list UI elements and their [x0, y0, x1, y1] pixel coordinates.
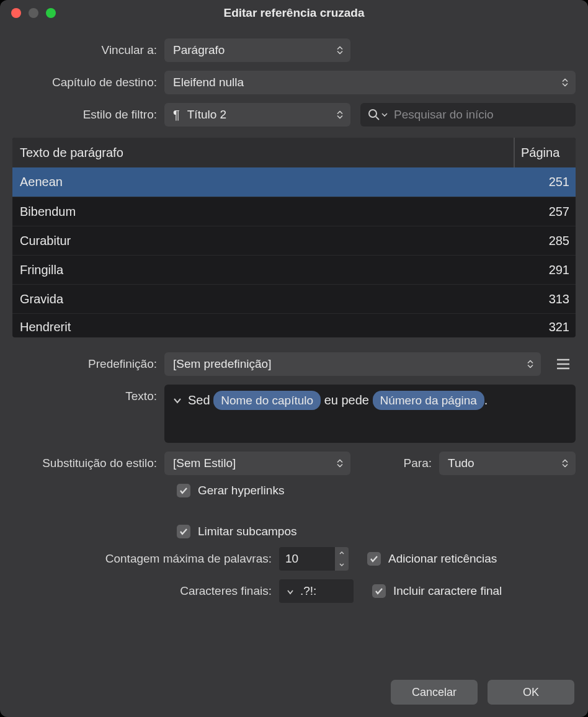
add-ellipsis-checkbox[interactable]: [367, 552, 381, 566]
table-row[interactable]: Aenean251: [12, 167, 576, 197]
row-text: Fringilla: [12, 263, 514, 277]
limit-subfields-checkbox[interactable]: [177, 525, 190, 538]
filter-style-value: Título 2: [187, 108, 226, 122]
close-window-button[interactable]: [11, 8, 21, 18]
stepper-icon: [527, 360, 536, 368]
window-controls: [0, 8, 56, 18]
final-chars-label: Caracteres finais:: [12, 584, 279, 598]
dest-chapter-label: Capítulo de destino:: [12, 76, 164, 89]
style-override-value: [Sem Estilo]: [173, 456, 236, 470]
gen-hyperlinks-label: Gerar hyperlinks: [198, 484, 284, 497]
table-header: Texto de parágrafo Página: [12, 138, 576, 167]
titlebar: Editar referência cruzada: [0, 0, 588, 26]
row-page: 251: [514, 175, 576, 189]
table-row[interactable]: Hendrerit321: [12, 313, 576, 336]
col-header-page[interactable]: Página: [514, 138, 576, 167]
text-field[interactable]: Sed Nome do capítulo eu pede Número da p…: [164, 385, 576, 443]
menu-icon: [556, 358, 571, 370]
table-row[interactable]: Fringilla291: [12, 255, 576, 284]
paragraph-table: Texto de parágrafo Página Aenean251Biben…: [12, 138, 576, 337]
text-content: Sed Nome do capítulo eu pede Número da p…: [188, 391, 567, 410]
minimize-window-button[interactable]: [29, 8, 38, 18]
lower-section: Predefinição: [Sem predefinição] Texto:: [0, 340, 588, 603]
table-row[interactable]: Bibendum257: [12, 197, 576, 226]
dialog-window: Editar referência cruzada Vincular a: Pa…: [0, 0, 588, 717]
row-text: Gravida: [12, 292, 514, 306]
zoom-window-button[interactable]: [46, 8, 56, 18]
row-page: 313: [514, 292, 576, 306]
text-label: Texto:: [12, 385, 164, 403]
link-to-value: Parágrafo: [173, 43, 225, 57]
check-icon: [370, 555, 378, 563]
check-icon: [179, 528, 188, 535]
para-label: Para:: [350, 456, 439, 470]
max-words-label: Contagem máxima de palavras:: [12, 552, 279, 566]
chevron-down-icon: [381, 113, 388, 117]
preset-menu-button[interactable]: [551, 352, 576, 376]
stepper-icon: [562, 460, 571, 468]
max-words-value[interactable]: 10: [279, 547, 335, 571]
filter-style-label: Estilo de filtro:: [12, 108, 164, 122]
table-body: Aenean251Bibendum257Curabitur285Fringill…: [12, 167, 576, 336]
row-text: Aenean: [12, 175, 514, 189]
include-final-label: Incluir caractere final: [393, 584, 502, 598]
preset-label: Predefinição:: [12, 357, 164, 371]
check-icon: [179, 487, 188, 494]
stepper-icon: [562, 79, 571, 87]
row-page: 257: [514, 205, 576, 219]
para-value: Tudo: [448, 456, 474, 470]
row-text: Hendrerit: [12, 320, 514, 334]
final-chars-input[interactable]: .?!:: [279, 579, 354, 603]
window-title: Editar referência cruzada: [0, 6, 588, 20]
final-chars-value: .?!:: [300, 584, 316, 598]
svg-line-1: [376, 117, 379, 120]
dialog-footer: Cancelar OK: [391, 680, 574, 705]
table-row[interactable]: Curabitur285: [12, 226, 576, 255]
row-page: 285: [514, 234, 576, 248]
row-text: Curabitur: [12, 234, 514, 248]
cancel-button[interactable]: Cancelar: [391, 680, 478, 705]
chevron-down-icon[interactable]: [287, 584, 294, 598]
link-to-label: Vincular a:: [12, 43, 164, 57]
table-row[interactable]: Gravida313: [12, 284, 576, 313]
chevron-down-icon[interactable]: [173, 393, 182, 407]
stepper-buttons[interactable]: [335, 547, 349, 571]
filter-style-select[interactable]: ¶ Título 2: [164, 103, 350, 127]
search-input[interactable]: [394, 108, 568, 122]
step-up[interactable]: [335, 547, 349, 559]
check-icon: [375, 587, 383, 595]
page-number-token[interactable]: Número da página: [373, 391, 484, 410]
text-seg: eu pede: [321, 393, 372, 407]
row-page: 321: [514, 320, 576, 334]
text-seg: .: [484, 393, 488, 407]
dest-chapter-select[interactable]: Eleifend nulla: [164, 71, 576, 94]
style-override-select[interactable]: [Sem Estilo]: [164, 452, 350, 475]
row-text: Bibendum: [12, 205, 514, 219]
max-words-input[interactable]: 10: [279, 547, 349, 571]
stepper-icon: [337, 111, 345, 119]
ok-button[interactable]: OK: [488, 680, 574, 705]
col-header-text[interactable]: Texto de parágrafo: [12, 146, 514, 160]
preset-value: [Sem predefinição]: [173, 357, 271, 371]
search-icon: [368, 109, 380, 121]
main-content: Vincular a: Parágrafo Capítulo de destin…: [0, 26, 588, 337]
link-to-select[interactable]: Parágrafo: [164, 38, 350, 62]
pilcrow-icon: ¶: [173, 108, 180, 122]
step-down[interactable]: [335, 559, 349, 571]
style-override-label: Substituição do estilo:: [12, 456, 164, 470]
gen-hyperlinks-checkbox[interactable]: [177, 484, 190, 497]
stepper-icon: [337, 460, 345, 468]
include-final-checkbox[interactable]: [372, 584, 386, 598]
dest-chapter-value: Eleifend nulla: [173, 76, 244, 89]
preset-select[interactable]: [Sem predefinição]: [164, 352, 541, 376]
text-seg: Sed: [188, 393, 213, 407]
row-page: 291: [514, 263, 576, 277]
search-field[interactable]: [360, 103, 576, 127]
svg-point-0: [369, 110, 376, 117]
stepper-icon: [337, 47, 345, 55]
limit-subfields-label: Limitar subcampos: [198, 525, 296, 538]
add-ellipsis-label: Adicionar reticências: [388, 552, 497, 566]
chapter-name-token[interactable]: Nome do capítulo: [213, 391, 321, 410]
para-select[interactable]: Tudo: [439, 452, 576, 475]
